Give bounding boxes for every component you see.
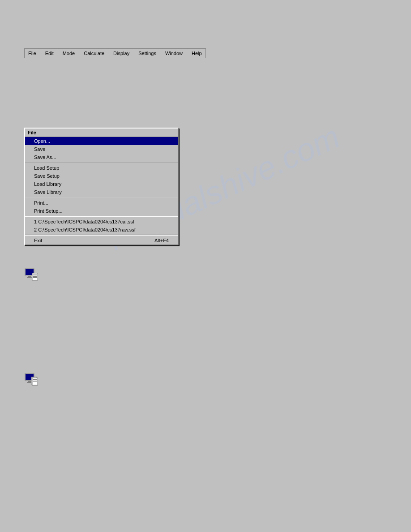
menu-help[interactable]: Help	[190, 50, 204, 57]
dropdown-header: File	[25, 129, 178, 137]
menu-item-print-setup[interactable]: Print Setup...	[25, 207, 178, 215]
menu-item-open[interactable]: Open...	[25, 137, 178, 145]
menu-item-recent-2[interactable]: 2 C:\SpecTech\ICSPCI\data0204\cs137raw.s…	[25, 226, 178, 234]
separator-4	[25, 235, 178, 236]
menu-edit[interactable]: Edit	[43, 50, 56, 57]
svg-rect-2	[28, 276, 31, 277]
menu-item-print[interactable]: Print...	[25, 199, 178, 207]
svg-rect-4	[32, 273, 38, 280]
menu-window[interactable]: Window	[163, 50, 184, 57]
computer-icon-2	[24, 373, 39, 387]
file-dropdown-menu: File Open... Save Save As... Load Setup …	[24, 128, 179, 245]
separator-3	[25, 216, 178, 217]
exit-shortcut: Alt+F4	[154, 238, 169, 243]
menu-item-recent-1[interactable]: 1 C:\SpecTech\ICSPCI\data0204\cs137cal.s…	[25, 218, 178, 226]
menu-calculate[interactable]: Calculate	[82, 50, 106, 57]
exit-label: Exit	[34, 238, 42, 243]
computer-icon-1	[24, 268, 39, 282]
menu-mode[interactable]: Mode	[61, 50, 77, 57]
separator-2	[25, 197, 178, 198]
svg-rect-3	[27, 277, 32, 278]
menu-item-exit[interactable]: Exit Alt+F4	[25, 236, 178, 245]
computer-icon-svg-1	[24, 268, 39, 282]
svg-rect-17	[32, 378, 38, 385]
menu-item-save-as[interactable]: Save As...	[25, 153, 178, 161]
menu-item-save-setup[interactable]: Save Setup	[25, 172, 178, 180]
menu-bar: File Edit Mode Calculate Display Setting…	[24, 48, 206, 58]
menu-item-save[interactable]: Save	[25, 145, 178, 153]
menu-settings[interactable]: Settings	[137, 50, 158, 57]
menu-item-save-library[interactable]: Save Library	[25, 188, 178, 196]
menu-file[interactable]: File	[26, 50, 38, 57]
computer-icon-svg-2	[24, 373, 39, 387]
separator-1	[25, 162, 178, 163]
menu-item-load-setup[interactable]: Load Setup	[25, 164, 178, 172]
svg-rect-10	[28, 381, 31, 382]
menu-display[interactable]: Display	[111, 50, 131, 57]
menu-item-load-library[interactable]: Load Library	[25, 180, 178, 188]
